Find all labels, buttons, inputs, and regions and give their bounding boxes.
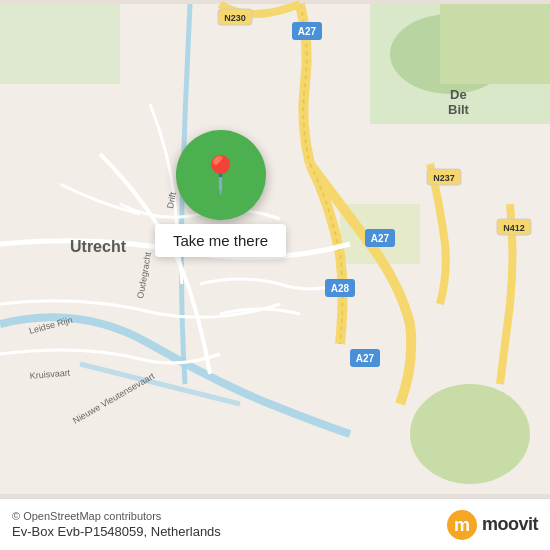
svg-text:N412: N412 bbox=[503, 223, 525, 233]
svg-text:A28: A28 bbox=[331, 283, 350, 294]
svg-text:A27: A27 bbox=[371, 233, 390, 244]
svg-rect-4 bbox=[0, 4, 120, 84]
popup-bubble: 📍 bbox=[176, 130, 266, 220]
osm-attribution: © OpenStreetMap contributors bbox=[12, 510, 221, 522]
svg-text:A27: A27 bbox=[356, 353, 375, 364]
moovit-logo: m moovit bbox=[446, 509, 538, 541]
location-pin-icon: 📍 bbox=[198, 157, 243, 193]
svg-rect-3 bbox=[440, 4, 550, 84]
svg-text:Utrecht: Utrecht bbox=[70, 238, 127, 255]
map-container: A27 N230 A27 A27 A28 N237 N412 Utrecht D… bbox=[0, 0, 550, 498]
logo-area: m moovit bbox=[446, 509, 538, 541]
location-label: Ev-Box Evb-P1548059, Netherlands bbox=[12, 524, 221, 539]
moovit-icon: m bbox=[446, 509, 478, 541]
app: A27 N230 A27 A27 A28 N237 N412 Utrecht D… bbox=[0, 0, 550, 550]
take-me-there-button[interactable]: Take me there bbox=[155, 224, 286, 257]
svg-text:N237: N237 bbox=[433, 173, 455, 183]
svg-text:A27: A27 bbox=[298, 26, 317, 37]
svg-text:De: De bbox=[450, 87, 467, 102]
map-popup: 📍 Take me there bbox=[155, 130, 286, 257]
svg-text:N230: N230 bbox=[224, 13, 246, 23]
moovit-text: moovit bbox=[482, 514, 538, 535]
svg-text:Bilt: Bilt bbox=[448, 102, 470, 117]
svg-text:m: m bbox=[454, 515, 470, 535]
svg-point-5 bbox=[410, 384, 530, 484]
bottom-bar: © OpenStreetMap contributors Ev-Box Evb-… bbox=[0, 498, 550, 550]
